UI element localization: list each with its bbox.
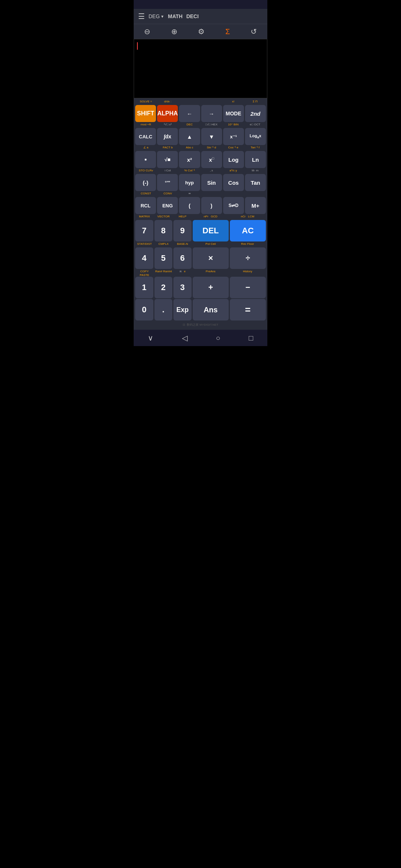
5-button[interactable]: 5 bbox=[154, 247, 173, 269]
7-button[interactable]: 7 bbox=[135, 220, 153, 241]
exp-label: Exp bbox=[176, 306, 189, 313]
nav-down-button[interactable]: ∨ bbox=[148, 333, 153, 342]
dms-button[interactable]: °'" bbox=[157, 174, 178, 191]
refresh-button[interactable]: ↺ bbox=[251, 27, 257, 36]
4-label: 4 bbox=[142, 254, 146, 262]
x-inverse-label: x⁻¹ bbox=[230, 134, 237, 139]
decrease-font-button[interactable]: ⊖ bbox=[144, 27, 150, 36]
multiply-button[interactable]: × bbox=[193, 247, 229, 269]
mplus-label: M+ bbox=[251, 203, 259, 208]
row-7: 1 2 3 + − bbox=[135, 277, 266, 298]
3-button[interactable]: 3 bbox=[173, 277, 192, 298]
nav-back-button[interactable]: ◁ bbox=[182, 333, 188, 342]
6-label: 6 bbox=[180, 254, 185, 262]
sqrt-button[interactable]: √■ bbox=[157, 151, 178, 168]
integral-button[interactable]: ∫dx bbox=[157, 128, 178, 145]
row-8: 0 . Exp Ans = bbox=[135, 299, 266, 320]
left-arrow-button[interactable]: ← bbox=[179, 105, 200, 122]
x-squared-button[interactable]: x² bbox=[179, 151, 200, 168]
hyp-button[interactable]: hyp bbox=[179, 174, 200, 191]
exp-button[interactable]: Exp bbox=[173, 299, 192, 320]
8-button[interactable]: 8 bbox=[154, 220, 173, 241]
del-label: DEL bbox=[202, 227, 219, 235]
hyp-label: hyp bbox=[185, 180, 194, 185]
row-above-5: MATRIX VECTOR HELP nPr GCD nCr LCM bbox=[135, 215, 266, 220]
negate-button[interactable]: (-) bbox=[135, 174, 156, 191]
increase-font-button[interactable]: ⊕ bbox=[171, 27, 177, 36]
minus-button[interactable]: − bbox=[230, 277, 266, 298]
bottom-nav: ∨ ◁ ○ □ bbox=[134, 330, 267, 346]
row-1: CALC ∫dx ▲ ▼ x⁻¹ Logax bbox=[135, 128, 266, 145]
multiply-icon: × bbox=[208, 254, 213, 262]
calc-label: CALC bbox=[139, 134, 152, 139]
cos-button[interactable]: Cos bbox=[223, 174, 244, 191]
watermark-icon: ⊡ bbox=[183, 323, 185, 326]
x-power-button[interactable]: x□ bbox=[201, 151, 222, 168]
rcl-label: RCL bbox=[141, 203, 151, 208]
0-button[interactable]: 0 bbox=[135, 299, 153, 320]
left-paren-button[interactable]: ( bbox=[179, 197, 200, 214]
x-inverse-button[interactable]: x⁻¹ bbox=[223, 128, 244, 145]
5-label: 5 bbox=[161, 254, 166, 262]
row-above-3: STO CLRv i Cot % Cot⁻¹ , x aᵇ/c y M- m bbox=[135, 169, 266, 174]
row-above-2: ∠ a FACT b Abs c Sin⁻¹ d Cos⁻¹ e Tan⁻¹ f bbox=[135, 146, 266, 151]
eng-button[interactable]: ENG bbox=[157, 197, 178, 214]
shift-button[interactable]: SHIFT bbox=[135, 105, 156, 122]
top-bar: ☰ DEG ▼ MATH DECI bbox=[134, 9, 267, 24]
math-label: MATH bbox=[168, 13, 182, 19]
down-arrow-button[interactable]: ▼ bbox=[201, 128, 222, 145]
row-4: RCL ENG ( ) S⇌D M+ bbox=[135, 197, 266, 214]
hamburger-menu-icon[interactable]: ☰ bbox=[138, 12, 145, 21]
row-above-6: STAT/DIST CMPLX BASE-N Pol Ceil Rec Floo… bbox=[135, 242, 266, 247]
toolbar: ⊖ ⊕ ⚙ Σ ↺ bbox=[134, 24, 267, 39]
watermark-text: 数码之家 MYDIGIT.NET bbox=[187, 323, 218, 327]
ac-button[interactable]: AC bbox=[230, 220, 266, 241]
6-button[interactable]: 6 bbox=[173, 247, 192, 269]
right-paren-button[interactable]: ) bbox=[201, 197, 222, 214]
settings-button[interactable]: ⚙ bbox=[198, 27, 205, 36]
nav-recents-button[interactable]: □ bbox=[249, 334, 253, 342]
sd-button[interactable]: S⇌D bbox=[223, 197, 244, 214]
mode-button[interactable]: MODE bbox=[223, 105, 244, 122]
equals-label: = bbox=[245, 305, 251, 315]
minus-icon: − bbox=[245, 283, 250, 292]
cos-label: Cos bbox=[228, 180, 239, 185]
9-button[interactable]: 9 bbox=[173, 220, 192, 241]
summation-button[interactable]: Σ bbox=[225, 27, 230, 36]
row-0: SHIFT ALPHA ← → MODE 2nd bbox=[135, 105, 266, 122]
alpha-button[interactable]: ALPHA bbox=[157, 105, 178, 122]
nav-home-button[interactable]: ○ bbox=[216, 334, 220, 342]
mode-label: MODE bbox=[226, 111, 241, 116]
ln-button[interactable]: Ln bbox=[245, 151, 266, 168]
ans-button[interactable]: Ans bbox=[193, 299, 229, 320]
log-button[interactable]: Log bbox=[223, 151, 244, 168]
row-above-7: COPY PASTE Ran# RanInt π e PreAns Histor… bbox=[135, 270, 266, 277]
deci-label: DECI bbox=[186, 13, 199, 19]
deg-mode[interactable]: DEG ▼ bbox=[149, 13, 164, 19]
row-2: ▪ √■ x² x□ Log Ln bbox=[135, 151, 266, 168]
4-button[interactable]: 4 bbox=[135, 247, 153, 269]
right-paren-label: ) bbox=[211, 203, 212, 208]
2-button[interactable]: 2 bbox=[154, 277, 173, 298]
right-arrow-button[interactable]: → bbox=[201, 105, 222, 122]
equals-button[interactable]: = bbox=[230, 299, 266, 320]
divide-button[interactable]: ÷ bbox=[230, 247, 266, 269]
1-button[interactable]: 1 bbox=[135, 277, 153, 298]
log-base-button[interactable]: Logax bbox=[245, 128, 266, 145]
mplus-button[interactable]: M+ bbox=[245, 197, 266, 214]
up-arrow-button[interactable]: ▲ bbox=[179, 128, 200, 145]
2nd-button[interactable]: 2nd bbox=[245, 105, 266, 122]
del-button[interactable]: DEL bbox=[193, 220, 229, 241]
sin-button[interactable]: Sin bbox=[201, 174, 222, 191]
plus-button[interactable]: + bbox=[193, 277, 229, 298]
decimal-button[interactable]: . bbox=[154, 299, 173, 320]
calc-button[interactable]: CALC bbox=[135, 128, 156, 145]
display-area[interactable] bbox=[134, 39, 267, 98]
fraction-button[interactable]: ▪ bbox=[135, 151, 156, 168]
tan-button[interactable]: Tan bbox=[245, 174, 266, 191]
0-label: 0 bbox=[142, 306, 146, 314]
sqrt-label: √■ bbox=[164, 157, 170, 162]
divide-icon: ÷ bbox=[245, 254, 250, 262]
cursor bbox=[137, 42, 138, 50]
rcl-button[interactable]: RCL bbox=[135, 197, 156, 214]
